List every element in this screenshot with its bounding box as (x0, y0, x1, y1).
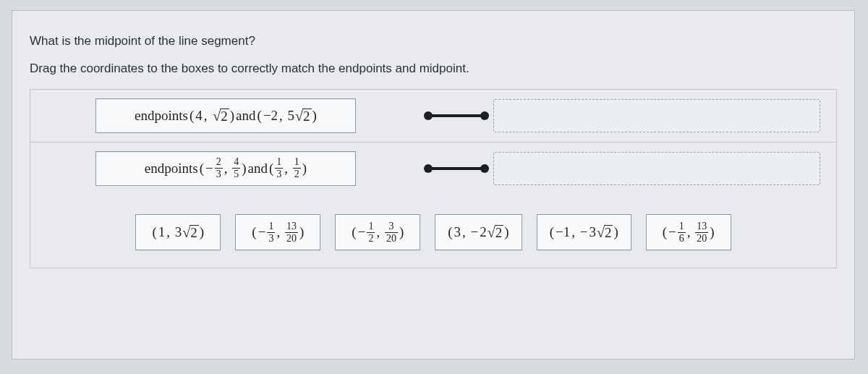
row2-joiner: and (248, 161, 268, 177)
row1-joiner: and (236, 108, 255, 124)
question-text-2: Drag the coordinates to the boxes to cor… (30, 61, 837, 76)
connector-bar-icon (428, 167, 485, 170)
row2-p2-x-frac: 1 3 (275, 157, 283, 179)
row1-p2-y-sqrt: 5 √2 (287, 108, 312, 124)
row1-p1-x: 4 (195, 108, 203, 124)
row1-prefix: endpoints (135, 108, 188, 124)
connector-bar-icon (428, 114, 485, 117)
drop-slot-2[interactable] (493, 152, 820, 185)
answer-tile-2[interactable]: ( − 13 , 1320 ) (235, 214, 320, 250)
connector-2 (424, 164, 489, 173)
endpoints-label-2: endpoints ( − 2 3 , 4 5 ) and (95, 151, 356, 186)
endpoints-label-1: endpoints ( 4 , √2 ) and ( −2 , (95, 98, 356, 133)
answer-tile-6[interactable]: ( − 16 , 1320 ) (646, 214, 731, 250)
match-row-1: endpoints ( 4 , √2 ) and ( −2 , (30, 90, 836, 142)
question-text-1: What is the midpoint of the line segment… (30, 34, 837, 48)
answer-tile-1[interactable]: ( 1 , 3√2 ) (135, 214, 221, 250)
drop-slot-1[interactable] (493, 99, 820, 132)
row2-p1-x-frac: 2 3 (215, 157, 223, 179)
match-zone: endpoints ( 4 , √2 ) and ( −2 , (30, 89, 837, 268)
row2-prefix: endpoints (145, 161, 198, 177)
question-area: What is the midpoint of the line segment… (12, 11, 854, 280)
match-row-2: endpoints ( − 2 3 , 4 5 ) and (30, 142, 836, 194)
answer-tile-5[interactable]: ( −1 , − 3√2 ) (537, 214, 631, 250)
row1-p1-y-sqrt: √2 (211, 109, 229, 124)
row1-p2-x: −2 (263, 108, 278, 124)
connector-dot-icon (480, 111, 489, 120)
question-frame: What is the midpoint of the line segment… (12, 10, 855, 360)
answer-tile-3[interactable]: ( − 12 , 320 ) (335, 214, 420, 250)
row2-p2-y-frac: 1 2 (293, 157, 301, 179)
row2-p1-y-frac: 4 5 (232, 157, 240, 179)
answer-tile-4[interactable]: ( 3 , − 2√2 ) (435, 214, 522, 250)
tiles-row: ( 1 , 3√2 ) ( − 13 , 1320 ) (30, 194, 836, 268)
connector-1 (424, 111, 489, 120)
connector-dot-icon (480, 164, 489, 173)
